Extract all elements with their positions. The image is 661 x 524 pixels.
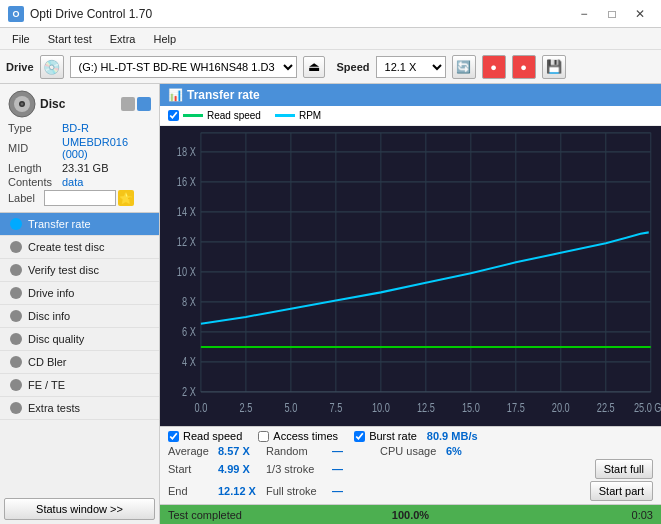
stats-random-value: — [332, 445, 376, 457]
nav-dot-disc-quality [10, 333, 22, 345]
svg-text:2 X: 2 X [182, 385, 196, 399]
nav-dot-transfer-rate [10, 218, 22, 230]
maximize-button[interactable]: □ [599, 4, 625, 24]
disc-action-icon1[interactable] [121, 97, 135, 111]
disc-label-input[interactable] [44, 190, 116, 206]
checkbox-read-speed-input[interactable] [168, 431, 179, 442]
sidebar: Disc Type BD-R MID UMEBDR016 (000) Lengt… [0, 84, 160, 524]
progress-bar-container: Test completed 100.0% 0:03 [160, 504, 661, 524]
svg-text:12 X: 12 X [177, 235, 196, 249]
menu-start-test[interactable]: Start test [40, 31, 100, 47]
menu-help[interactable]: Help [145, 31, 184, 47]
disc-mid-label: MID [8, 142, 62, 154]
nav-item-disc-quality[interactable]: Disc quality [0, 328, 159, 351]
titlebar-left: O Opti Drive Control 1.70 [8, 6, 152, 22]
close-button[interactable]: ✕ [627, 4, 653, 24]
legend-read-speed: Read speed [168, 110, 261, 121]
nav-item-create-test-disc[interactable]: Create test disc [0, 236, 159, 259]
minimize-button[interactable]: − [571, 4, 597, 24]
status-text: Test completed [168, 509, 242, 521]
nav-label-fe-te: FE / TE [28, 379, 65, 391]
start-full-button[interactable]: Start full [595, 459, 653, 479]
stats-section: Read speed Access times Burst rate 80.9 … [160, 426, 661, 504]
svg-text:25.0 GB: 25.0 GB [634, 401, 661, 415]
svg-text:16 X: 16 X [177, 175, 196, 189]
disc-panel: Disc Type BD-R MID UMEBDR016 (000) Lengt… [0, 84, 159, 213]
checkbox-read-speed-label: Read speed [183, 430, 242, 442]
nav-label-drive-info: Drive info [28, 287, 74, 299]
toolbar: Drive 💿 (G:) HL-DT-ST BD-RE WH16NS48 1.D… [0, 50, 661, 84]
disc-contents-value: data [62, 176, 83, 188]
checkbox-burst-rate-label: Burst rate [369, 430, 417, 442]
svg-text:7.5: 7.5 [329, 401, 342, 415]
info-button[interactable]: ● [512, 55, 536, 79]
titlebar: O Opti Drive Control 1.70 − □ ✕ [0, 0, 661, 28]
disc-contents-label: Contents [8, 176, 62, 188]
checkbox-access-times: Access times [258, 430, 338, 442]
nav-item-disc-info[interactable]: Disc info [0, 305, 159, 328]
start-part-button[interactable]: Start part [590, 481, 653, 501]
checkbox-burst-rate: Burst rate 80.9 MB/s [354, 430, 477, 442]
save-button[interactable]: 💾 [542, 55, 566, 79]
stats-stroke-value: — [332, 463, 376, 475]
menubar: File Start test Extra Help [0, 28, 661, 50]
stats-cpu-label: CPU usage [380, 445, 442, 457]
disc-label-icon[interactable]: ⭐ [118, 190, 134, 206]
disc-length-label: Length [8, 162, 62, 174]
svg-text:22.5: 22.5 [597, 401, 615, 415]
nav-item-drive-info[interactable]: Drive info [0, 282, 159, 305]
checkbox-access-times-input[interactable] [258, 431, 269, 442]
legend-read-speed-label: Read speed [207, 110, 261, 121]
window-controls: − □ ✕ [571, 4, 653, 24]
progress-time: 0:03 [632, 509, 653, 521]
nav-dot-create-test-disc [10, 241, 22, 253]
nav-label-extra-tests: Extra tests [28, 402, 80, 414]
nav-item-fe-te[interactable]: FE / TE [0, 374, 159, 397]
disc-length-row: Length 23.31 GB [8, 162, 151, 174]
nav-item-verify-test-disc[interactable]: Verify test disc [0, 259, 159, 282]
checkbox-burst-rate-input[interactable] [354, 431, 365, 442]
status-window-button[interactable]: Status window >> [4, 498, 155, 520]
disc-title: Disc [40, 97, 65, 111]
nav-dot-cd-bler [10, 356, 22, 368]
disc-action-icon2[interactable] [137, 97, 151, 111]
svg-text:4 X: 4 X [182, 355, 196, 369]
settings-button[interactable]: ● [482, 55, 506, 79]
drive-icon-button[interactable]: 💿 [40, 55, 64, 79]
speed-select[interactable]: 12.1 X [376, 56, 446, 78]
menu-file[interactable]: File [4, 31, 38, 47]
nav-item-cd-bler[interactable]: CD Bler [0, 351, 159, 374]
stats-end-label: End [168, 485, 214, 497]
disc-type-row: Type BD-R [8, 122, 151, 134]
nav-item-extra-tests[interactable]: Extra tests [0, 397, 159, 420]
nav-dot-drive-info [10, 287, 22, 299]
nav-dot-fe-te [10, 379, 22, 391]
nav-dot-verify-test-disc [10, 264, 22, 276]
svg-text:6 X: 6 X [182, 325, 196, 339]
chart-title: Transfer rate [187, 88, 260, 102]
stats-rows-3: End 12.12 X Full stroke — Start part [168, 481, 653, 501]
stats-start-label: Start [168, 463, 214, 475]
menu-extra[interactable]: Extra [102, 31, 144, 47]
chart-svg: 2 X 4 X 6 X 8 X 10 X 12 X 14 X 16 X 18 X… [160, 126, 661, 426]
svg-text:10.0: 10.0 [372, 401, 390, 415]
disc-label-row: Label ⭐ [8, 190, 151, 206]
legend-read-speed-checkbox[interactable] [168, 110, 179, 121]
disc-icon [8, 90, 36, 118]
disc-type-value: BD-R [62, 122, 89, 134]
stats-full-stroke-label: Full stroke [266, 485, 328, 497]
svg-text:8 X: 8 X [182, 295, 196, 309]
svg-text:18 X: 18 X [177, 145, 196, 159]
nav-item-transfer-rate[interactable]: Transfer rate [0, 213, 159, 236]
refresh-button[interactable]: 🔄 [452, 55, 476, 79]
progress-percent: 100.0% [392, 509, 429, 521]
chart-header: 📊 Transfer rate [160, 84, 661, 106]
svg-text:5.0: 5.0 [284, 401, 297, 415]
stats-stroke-label: 1/3 stroke [266, 463, 328, 475]
content-area: 📊 Transfer rate Read speed RPM [160, 84, 661, 524]
drive-select[interactable]: (G:) HL-DT-ST BD-RE WH16NS48 1.D3 [70, 56, 297, 78]
stats-row-3: End 12.12 X Full stroke — Start part [168, 481, 653, 501]
eject-button[interactable]: ⏏ [303, 56, 325, 78]
svg-text:17.5: 17.5 [507, 401, 525, 415]
checkbox-read-speed: Read speed [168, 430, 242, 442]
